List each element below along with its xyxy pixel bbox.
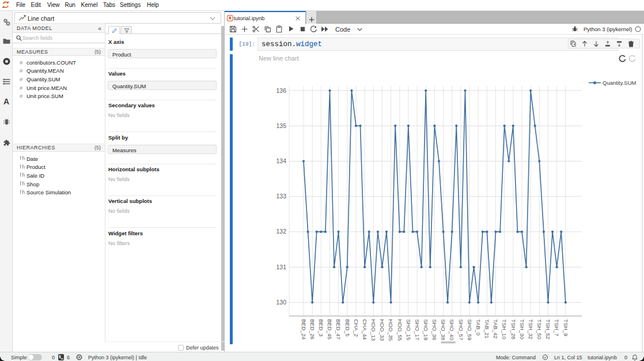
- svg-text:SHO_15: SHO_15: [406, 319, 412, 340]
- svg-text:SHO_59: SHO_59: [467, 319, 473, 340]
- svg-text:BED_3: BED_3: [318, 319, 324, 337]
- svg-text:BED_47: BED_47: [335, 319, 342, 340]
- svg-text:TSH_32: TSH_32: [528, 319, 534, 340]
- svg-text:TAB_21: TAB_21: [484, 319, 490, 339]
- svg-text:SHO_17: SHO_17: [414, 319, 421, 340]
- svg-text:CHA_44: CHA_44: [362, 319, 368, 340]
- svg-text:TSH_28: TSH_28: [510, 319, 517, 340]
- svg-text:SHO_40: SHO_40: [449, 319, 455, 340]
- svg-text:TAB_0: TAB_0: [475, 319, 482, 336]
- svg-text:Quantity.SUM: Quantity.SUM: [603, 80, 637, 86]
- svg-text:132: 132: [276, 228, 286, 235]
- svg-text:HOO_33: HOO_33: [379, 319, 385, 341]
- svg-text:CHA_2: CHA_2: [353, 319, 359, 337]
- svg-text:TAB_42: TAB_42: [493, 319, 499, 339]
- svg-text:131: 131: [276, 264, 286, 270]
- svg-text:135: 135: [276, 122, 286, 129]
- svg-text:TSH_52: TSH_52: [545, 319, 551, 340]
- svg-text:TSH_7: TSH_7: [554, 319, 560, 337]
- svg-text:SHO_19: SHO_19: [423, 319, 429, 340]
- svg-text:SHO_57: SHO_57: [458, 319, 464, 340]
- svg-text:130: 130: [276, 299, 286, 306]
- svg-text:BED_5: BED_5: [344, 319, 351, 337]
- svg-text:HOO_35: HOO_35: [388, 319, 394, 341]
- svg-text:TSH_30: TSH_30: [519, 319, 525, 340]
- svg-text:BED_45: BED_45: [327, 319, 333, 340]
- svg-text:TSH_50: TSH_50: [536, 319, 543, 340]
- svg-text:136: 136: [276, 87, 286, 94]
- svg-text:134: 134: [276, 157, 286, 164]
- svg-text:SHO_38: SHO_38: [440, 319, 446, 340]
- svg-text:HOO_55: HOO_55: [397, 319, 403, 341]
- svg-text:TSH_9: TSH_9: [563, 319, 569, 337]
- svg-text:133: 133: [276, 193, 286, 200]
- svg-text:TSH_10: TSH_10: [501, 319, 507, 340]
- svg-text:SHO_36: SHO_36: [431, 319, 438, 340]
- svg-text:HOO_13: HOO_13: [370, 319, 377, 341]
- svg-text:BED_26: BED_26: [309, 319, 316, 340]
- svg-text:BED_24: BED_24: [301, 319, 307, 340]
